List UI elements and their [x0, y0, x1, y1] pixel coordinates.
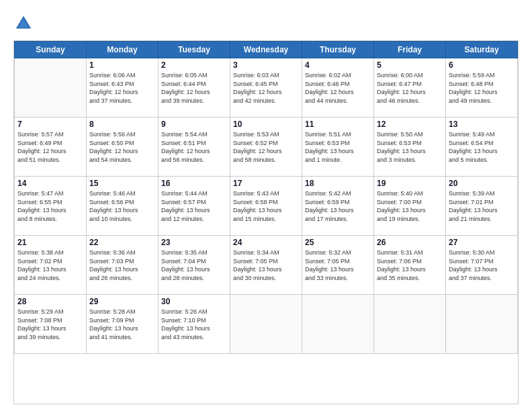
day-number: 1 — [89, 60, 155, 70]
calendar-table: SundayMondayTuesdayWednesdayThursdayFrid… — [14, 41, 518, 354]
cell-info: Sunrise: 5:39 AM Sunset: 7:01 PM Dayligh… — [449, 189, 515, 223]
header — [13, 13, 519, 34]
cell-info: Sunrise: 5:34 AM Sunset: 7:05 PM Dayligh… — [233, 248, 299, 282]
day-number: 10 — [233, 120, 299, 129]
calendar-cell: 26Sunrise: 5:31 AM Sunset: 7:06 PM Dayli… — [374, 236, 446, 295]
day-number: 7 — [17, 120, 83, 129]
calendar-cell: 27Sunrise: 5:30 AM Sunset: 7:07 PM Dayli… — [446, 236, 518, 295]
day-number: 5 — [377, 60, 443, 70]
calendar-cell — [446, 295, 518, 354]
week-row-2: 7Sunrise: 5:57 AM Sunset: 6:49 PM Daylig… — [15, 118, 518, 177]
day-header-monday: Monday — [87, 42, 159, 58]
week-row-5: 28Sunrise: 5:29 AM Sunset: 7:08 PM Dayli… — [15, 295, 518, 354]
cell-info: Sunrise: 5:30 AM Sunset: 7:07 PM Dayligh… — [449, 248, 515, 282]
cell-info: Sunrise: 5:38 AM Sunset: 7:02 PM Dayligh… — [17, 248, 83, 282]
calendar-cell: 14Sunrise: 5:47 AM Sunset: 6:55 PM Dayli… — [15, 177, 87, 236]
cell-info: Sunrise: 6:03 AM Sunset: 6:45 PM Dayligh… — [233, 71, 299, 105]
cell-info: Sunrise: 5:43 AM Sunset: 6:58 PM Dayligh… — [233, 189, 299, 223]
day-number: 2 — [161, 60, 227, 70]
calendar-cell: 13Sunrise: 5:49 AM Sunset: 6:54 PM Dayli… — [446, 118, 518, 177]
day-number: 26 — [377, 238, 443, 247]
calendar-cell — [15, 58, 87, 118]
day-number: 20 — [449, 179, 515, 188]
day-number: 28 — [17, 297, 83, 306]
cell-info: Sunrise: 5:44 AM Sunset: 6:57 PM Dayligh… — [161, 189, 227, 223]
day-number: 25 — [305, 238, 371, 247]
cell-info: Sunrise: 5:47 AM Sunset: 6:55 PM Dayligh… — [17, 189, 83, 223]
calendar-cell: 11Sunrise: 5:51 AM Sunset: 6:53 PM Dayli… — [302, 118, 374, 177]
day-number: 17 — [233, 179, 299, 188]
day-number: 6 — [449, 60, 515, 70]
day-number: 13 — [449, 120, 515, 129]
cell-info: Sunrise: 5:28 AM Sunset: 7:09 PM Dayligh… — [89, 308, 155, 341]
calendar-cell: 29Sunrise: 5:28 AM Sunset: 7:09 PM Dayli… — [87, 295, 159, 354]
calendar-cell: 4Sunrise: 6:02 AM Sunset: 6:46 PM Daylig… — [302, 58, 374, 118]
cell-info: Sunrise: 5:46 AM Sunset: 6:56 PM Dayligh… — [89, 189, 155, 223]
cell-info: Sunrise: 5:57 AM Sunset: 6:49 PM Dayligh… — [17, 130, 83, 164]
day-number: 14 — [17, 179, 83, 188]
calendar-cell: 20Sunrise: 5:39 AM Sunset: 7:01 PM Dayli… — [446, 177, 518, 236]
day-number: 15 — [89, 179, 155, 188]
cell-info: Sunrise: 6:05 AM Sunset: 6:44 PM Dayligh… — [161, 71, 227, 105]
calendar-cell: 17Sunrise: 5:43 AM Sunset: 6:58 PM Dayli… — [230, 177, 302, 236]
cell-info: Sunrise: 5:29 AM Sunset: 7:08 PM Dayligh… — [17, 308, 83, 341]
cell-info: Sunrise: 5:49 AM Sunset: 6:54 PM Dayligh… — [449, 130, 515, 164]
calendar-cell — [230, 295, 302, 354]
day-header-thursday: Thursday — [302, 42, 374, 58]
day-header-wednesday: Wednesday — [230, 42, 302, 58]
page: SundayMondayTuesdayWednesdayThursdayFrid… — [0, 0, 532, 411]
week-row-4: 21Sunrise: 5:38 AM Sunset: 7:02 PM Dayli… — [15, 236, 518, 295]
calendar-cell: 6Sunrise: 5:59 AM Sunset: 6:48 PM Daylig… — [446, 58, 518, 118]
day-number: 11 — [305, 120, 371, 129]
day-number: 22 — [89, 238, 155, 247]
cell-info: Sunrise: 5:35 AM Sunset: 7:04 PM Dayligh… — [161, 248, 227, 282]
calendar-cell: 5Sunrise: 6:00 AM Sunset: 6:47 PM Daylig… — [374, 58, 446, 118]
cell-info: Sunrise: 5:56 AM Sunset: 6:50 PM Dayligh… — [89, 130, 155, 164]
day-number: 8 — [89, 120, 155, 129]
calendar-cell: 15Sunrise: 5:46 AM Sunset: 6:56 PM Dayli… — [87, 177, 159, 236]
day-number: 19 — [377, 179, 443, 188]
cell-info: Sunrise: 6:02 AM Sunset: 6:46 PM Dayligh… — [305, 71, 371, 105]
day-number: 24 — [233, 238, 299, 247]
day-number: 16 — [161, 179, 227, 188]
cell-info: Sunrise: 5:42 AM Sunset: 6:59 PM Dayligh… — [305, 189, 371, 223]
calendar-cell: 28Sunrise: 5:29 AM Sunset: 7:08 PM Dayli… — [15, 295, 87, 354]
calendar-cell: 19Sunrise: 5:40 AM Sunset: 7:00 PM Dayli… — [374, 177, 446, 236]
day-number: 21 — [17, 238, 83, 247]
day-number: 23 — [161, 238, 227, 247]
day-number: 9 — [161, 120, 227, 129]
logo-icon — [13, 13, 34, 34]
calendar-cell: 25Sunrise: 5:32 AM Sunset: 7:05 PM Dayli… — [302, 236, 374, 295]
calendar-cell: 22Sunrise: 5:36 AM Sunset: 7:03 PM Dayli… — [87, 236, 159, 295]
cell-info: Sunrise: 5:31 AM Sunset: 7:06 PM Dayligh… — [377, 248, 443, 282]
day-number: 27 — [449, 238, 515, 247]
calendar-cell: 2Sunrise: 6:05 AM Sunset: 6:44 PM Daylig… — [159, 58, 230, 118]
week-row-3: 14Sunrise: 5:47 AM Sunset: 6:55 PM Dayli… — [15, 177, 518, 236]
cell-info: Sunrise: 6:06 AM Sunset: 6:43 PM Dayligh… — [89, 71, 155, 105]
calendar-cell: 8Sunrise: 5:56 AM Sunset: 6:50 PM Daylig… — [87, 118, 159, 177]
calendar-cell: 12Sunrise: 5:50 AM Sunset: 6:53 PM Dayli… — [374, 118, 446, 177]
calendar-cell: 1Sunrise: 6:06 AM Sunset: 6:43 PM Daylig… — [87, 58, 159, 118]
day-header-sunday: Sunday — [15, 42, 87, 58]
calendar-cell: 7Sunrise: 5:57 AM Sunset: 6:49 PM Daylig… — [15, 118, 87, 177]
day-number: 3 — [233, 60, 299, 70]
calendar-cell: 24Sunrise: 5:34 AM Sunset: 7:05 PM Dayli… — [230, 236, 302, 295]
calendar-cell: 16Sunrise: 5:44 AM Sunset: 6:57 PM Dayli… — [159, 177, 230, 236]
cell-info: Sunrise: 5:26 AM Sunset: 7:10 PM Dayligh… — [161, 308, 227, 341]
cell-info: Sunrise: 5:32 AM Sunset: 7:05 PM Dayligh… — [305, 248, 371, 282]
calendar-body: 1Sunrise: 6:06 AM Sunset: 6:43 PM Daylig… — [15, 58, 518, 354]
cell-info: Sunrise: 6:00 AM Sunset: 6:47 PM Dayligh… — [377, 71, 443, 105]
logo — [13, 13, 36, 34]
cell-info: Sunrise: 5:40 AM Sunset: 7:00 PM Dayligh… — [377, 189, 443, 223]
day-number: 18 — [305, 179, 371, 188]
cell-info: Sunrise: 5:50 AM Sunset: 6:53 PM Dayligh… — [377, 130, 443, 164]
day-header-tuesday: Tuesday — [159, 42, 230, 58]
calendar-cell — [302, 295, 374, 354]
cell-info: Sunrise: 5:36 AM Sunset: 7:03 PM Dayligh… — [89, 248, 155, 282]
calendar-cell: 21Sunrise: 5:38 AM Sunset: 7:02 PM Dayli… — [15, 236, 87, 295]
day-number: 4 — [305, 60, 371, 70]
week-row-1: 1Sunrise: 6:06 AM Sunset: 6:43 PM Daylig… — [15, 58, 518, 118]
calendar-cell: 23Sunrise: 5:35 AM Sunset: 7:04 PM Dayli… — [159, 236, 230, 295]
calendar-cell: 30Sunrise: 5:26 AM Sunset: 7:10 PM Dayli… — [159, 295, 230, 354]
calendar-cell — [374, 295, 446, 354]
